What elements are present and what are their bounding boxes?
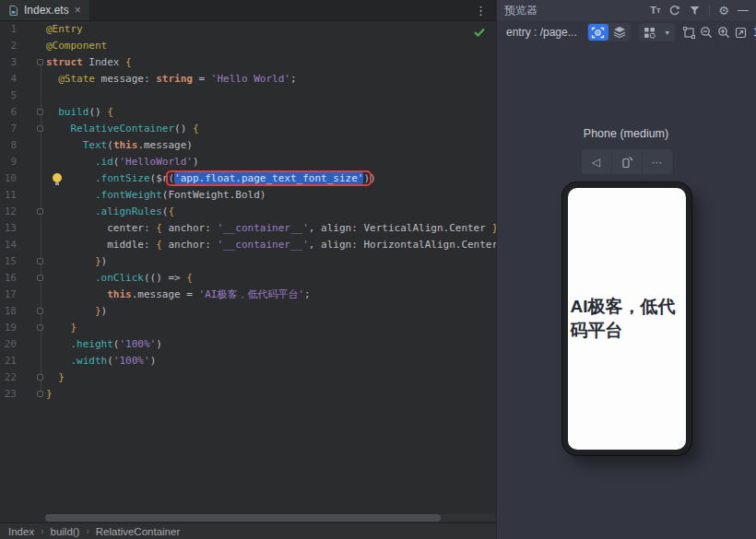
device-label: Phone (medium) (497, 127, 755, 140)
code-line-8[interactable]: Text(this.message) (46, 137, 496, 154)
line-number: 12 (0, 204, 17, 220)
code-line-19[interactable]: } (46, 320, 496, 336)
fold-marker[interactable] (37, 109, 43, 115)
tab-index-ets[interactable]: Index.ets × (0, 0, 89, 20)
intention-bulb-icon[interactable] (53, 173, 62, 182)
previewer-title-bar: 预览器 Tт ⚙ — (497, 0, 756, 20)
line-number: 11 (0, 187, 17, 204)
editor-tab-bar: Index.ets × ⋮ (0, 0, 496, 21)
kebab-menu-icon[interactable]: ⋮ (475, 4, 487, 18)
more-options-button[interactable]: ··· (642, 149, 672, 174)
line-number: 9 (0, 154, 17, 170)
error-highlight-box: ('app.float.page_text_font_size') (168, 172, 370, 184)
code-line-23[interactable]: } (46, 386, 496, 403)
code-line-3[interactable]: struct Index { (46, 54, 496, 71)
line-number: 21 (0, 353, 17, 369)
editor-body[interactable]: 1234567891011121314151617181920212223 @E… (0, 21, 496, 514)
line-number: 2 (0, 38, 17, 54)
code-line-1[interactable]: @Entry (46, 21, 496, 38)
fold-marker[interactable] (37, 208, 43, 215)
line-number: 5 (0, 88, 17, 104)
line-number: 15 (0, 253, 17, 270)
fold-marker[interactable] (37, 258, 43, 264)
code-line-14[interactable]: middle: { anchor: '__container__', align… (46, 237, 496, 253)
fold-marker[interactable] (37, 324, 43, 331)
zoom-out-icon[interactable] (700, 24, 713, 41)
code-line-11[interactable]: .fontWeight(FontWeight.Bold) (46, 187, 496, 204)
code-line-10[interactable]: .fontSize($r('app.float.page_text_font_s… (46, 170, 496, 187)
tab-label: Index.ets (24, 4, 69, 17)
code-line-6[interactable]: build() { (46, 104, 496, 121)
phone-device-frame: AI极客，低代码平台 (562, 182, 691, 455)
breadcrumb-separator: › (86, 526, 89, 536)
toolbar-divider (709, 5, 710, 16)
fit-to-screen-icon[interactable] (735, 24, 747, 41)
breadcrumb-item[interactable]: Index (8, 526, 34, 537)
line-number: 7 (0, 121, 17, 137)
code-line-4[interactable]: @State message: string = 'Hello World'; (46, 71, 496, 88)
code-line-15[interactable]: }) (46, 253, 496, 270)
inspection-ok-check-icon[interactable] (474, 24, 485, 41)
fold-marker[interactable] (37, 59, 43, 65)
horizontal-scrollbar[interactable] (45, 514, 495, 521)
close-icon[interactable]: × (74, 5, 82, 16)
code-line-5[interactable] (46, 88, 496, 104)
filter-icon[interactable] (689, 3, 701, 18)
ets-file-icon (7, 5, 19, 17)
code-line-2[interactable]: @Component (46, 38, 496, 54)
breadcrumb-item[interactable]: RelativeContainer (96, 526, 180, 537)
layers-view-button[interactable] (609, 24, 630, 41)
line-number: 4 (0, 71, 17, 88)
back-button[interactable]: ◁ (582, 149, 611, 174)
line-number: 20 (0, 336, 17, 353)
breadcrumb-item[interactable]: build() (50, 526, 79, 537)
code-line-13[interactable]: center: { anchor: '__container__', align… (46, 220, 496, 237)
line-number: 23 (0, 386, 17, 403)
code-line-20[interactable]: .height('100%') (46, 336, 496, 353)
breadcrumb-separator: › (41, 526, 43, 536)
fold-marker[interactable] (37, 125, 43, 132)
line-number: 10 (0, 170, 17, 187)
device-button-group: ◁ ··· (582, 149, 672, 174)
chevron-down-icon[interactable]: ▼ (661, 29, 674, 36)
line-number: 16 (0, 270, 17, 287)
code-line-16[interactable]: .onClick(() => { (46, 270, 496, 287)
code-line-7[interactable]: RelativeContainer() { (46, 121, 496, 137)
line-number: 17 (0, 287, 17, 303)
settings-gear-icon[interactable]: ⚙ (718, 3, 729, 18)
inspect-mode-button[interactable] (588, 24, 608, 41)
line-number: 6 (0, 104, 17, 121)
previewer-panel: 预览器 Tт ⚙ — entry : /page... (496, 0, 756, 539)
line-number: 8 (0, 137, 17, 154)
code-line-17[interactable]: this.message = 'AI极客，低代码平台'; (46, 287, 496, 303)
line-number: 1 (0, 21, 17, 38)
code-line-9[interactable]: .id('HelloWorld') (46, 154, 496, 170)
code-line-18[interactable]: }) (46, 303, 496, 320)
line-number: 18 (0, 303, 17, 320)
breadcrumb: Index›build()›RelativeContainer (0, 522, 496, 539)
code-line-12[interactable]: .alignRules({ (46, 204, 496, 220)
previewer-title: 预览器 (504, 3, 537, 18)
hide-panel-icon[interactable]: — (738, 3, 749, 18)
preview-target-selector[interactable]: entry : /page... (506, 26, 577, 39)
code-area[interactable]: @Entry@Componentstruct Index { @State me… (46, 21, 496, 403)
phone-screen[interactable]: AI极客，低代码平台 (568, 188, 686, 450)
code-line-22[interactable]: } (46, 369, 496, 386)
fold-marker[interactable] (37, 391, 43, 397)
code-line-21[interactable]: .width('100%') (46, 353, 496, 369)
refresh-icon[interactable] (668, 3, 680, 18)
fold-marker[interactable] (37, 374, 43, 381)
line-number: 19 (0, 320, 17, 336)
fold-marker[interactable] (37, 275, 43, 281)
grid-layout-icon[interactable] (640, 24, 660, 41)
preview-text[interactable]: AI极客，低代码平台 (571, 295, 684, 342)
scrollbar-thumb[interactable] (45, 514, 441, 521)
fold-marker[interactable] (37, 308, 43, 314)
line-number: 13 (0, 220, 17, 237)
zoom-in-icon[interactable] (717, 24, 730, 41)
rotate-device-button[interactable] (611, 149, 642, 174)
line-number: 14 (0, 237, 17, 253)
frame-select-icon[interactable] (683, 24, 695, 41)
editor-gutter: 1234567891011121314151617181920212223 (0, 21, 45, 514)
font-settings-icon[interactable]: Tт (650, 3, 660, 18)
